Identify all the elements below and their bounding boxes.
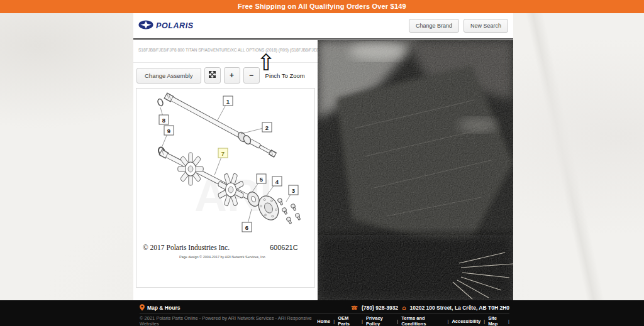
map-hours-label: Map & Hours: [147, 305, 180, 311]
footer-link[interactable]: Terms and Conditions: [401, 315, 444, 326]
footer-links: Home|OEM Parts|Privacy Policy|Terms and …: [317, 315, 509, 326]
pinch-to-zoom-label: Pinch To Zoom: [265, 72, 305, 79]
diagram-page-design: Page design © 2004-2017 by ARI Network S…: [179, 255, 266, 259]
site-header: POLARIS Change Brand New Search: [133, 13, 513, 40]
footer-phone[interactable]: (780) 928-3932: [362, 305, 398, 311]
new-search-button[interactable]: New Search: [464, 19, 508, 33]
polaris-badge-icon: [138, 20, 153, 32]
phone-icon: ☎: [351, 305, 358, 311]
footer-link-separator: |: [362, 318, 363, 324]
footer-address[interactable]: 10202 100 Street, La Crête, AB T0H 2H0: [410, 305, 509, 311]
bolts-art: [277, 198, 301, 225]
footer-link[interactable]: Home: [317, 318, 330, 324]
footer-link[interactable]: Accessibility: [452, 318, 480, 324]
footer-link-separator: |: [397, 318, 398, 324]
circlip-art: [157, 98, 164, 106]
parts-diagram[interactable]: ARI: [136, 88, 315, 288]
footer-link-separator: |: [333, 318, 335, 324]
change-brand-button[interactable]: Change Brand: [409, 19, 459, 33]
site-footer: Map & Hours ☎ (780) 928-3932 ⌂ 10202 100…: [0, 300, 644, 326]
callout-label-8: 8: [162, 117, 165, 124]
content-card: POLARIS Change Brand New Search S18FJB8/…: [133, 13, 513, 300]
callout-label-7: 7: [221, 150, 225, 157]
callout-label-6: 6: [245, 224, 248, 231]
header-buttons: Change Brand New Search: [409, 19, 508, 33]
footer-link-separator: |: [508, 318, 509, 324]
callout-label-9: 9: [167, 128, 170, 134]
house-icon: ⌂: [402, 305, 406, 311]
fit-to-screen-button[interactable]: [204, 67, 221, 84]
zoom-in-button[interactable]: +: [224, 67, 240, 84]
footer-link-separator: |: [484, 318, 485, 324]
free-shipping-banner: Free Shipping on All Qualifying Orders O…: [0, 0, 644, 13]
callout-label-3: 3: [292, 187, 295, 194]
assembly-breadcrumb[interactable]: S18FJB8/FJE8/FJP8 800 TITAN SP/ADVENTURE…: [133, 41, 318, 63]
footer-link-separator: |: [447, 318, 448, 324]
drive-shaft-art: [165, 94, 275, 155]
footer-link[interactable]: Privacy Policy: [366, 315, 394, 326]
map-hours-link[interactable]: Map & Hours: [140, 304, 180, 312]
callout-label-5: 5: [260, 176, 264, 183]
banner-text: Free Shipping on All Qualifying Orders O…: [238, 3, 406, 10]
change-assembly-button[interactable]: Change Assembly: [136, 68, 201, 84]
diagram-column: S18FJB8/FJE8/FJP8 800 TITAN SP/ADVENTURE…: [133, 41, 318, 300]
diagram-copyright: © 2017 Polaris Industries Inc.: [143, 244, 230, 251]
footer-link[interactable]: Site Map: [488, 315, 505, 326]
callout-label-2: 2: [265, 124, 269, 131]
product-photo: [318, 40, 513, 300]
footer-copyright: © 2021 Polaris Parts Online - Powered by…: [140, 315, 317, 326]
callout-label-1: 1: [226, 98, 230, 105]
footer-link[interactable]: OEM Parts: [338, 315, 358, 326]
polaris-logo[interactable]: POLARIS: [138, 20, 194, 32]
callout-label-4: 4: [275, 178, 279, 185]
diagram-part-number: 600621C: [270, 244, 298, 251]
diagram-toolbar: Change Assembly: [133, 63, 318, 88]
polaris-logo-text: POLARIS: [156, 21, 194, 30]
page: Free Shipping on All Qualifying Orders O…: [0, 0, 644, 326]
zoom-out-button[interactable]: −: [243, 67, 260, 84]
map-pin-icon: [140, 304, 145, 312]
expand-arrows-icon: [209, 71, 216, 80]
